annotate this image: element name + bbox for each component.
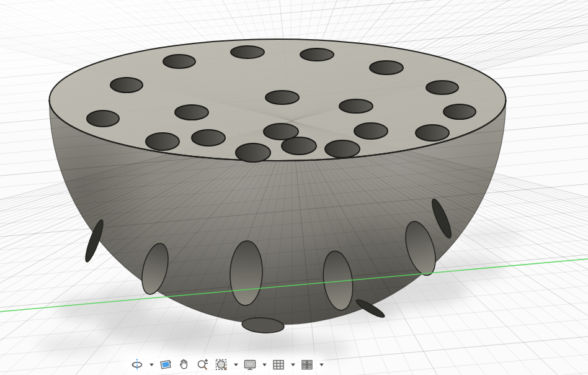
display-settings-dropdown-caret[interactable] xyxy=(261,357,267,372)
orbit-icon xyxy=(130,358,144,371)
display-settings-icon xyxy=(243,358,257,371)
top-hole xyxy=(416,125,449,141)
fit-button[interactable] xyxy=(214,357,229,372)
top-hole xyxy=(264,124,298,140)
viewports-button[interactable] xyxy=(300,357,314,372)
top-hole xyxy=(300,48,334,61)
model-scene[interactable] xyxy=(0,0,588,375)
viewports-dropdown-caret[interactable] xyxy=(318,357,324,372)
orbit-dropdown-caret[interactable] xyxy=(148,357,154,372)
chevron-down-icon xyxy=(149,362,154,368)
top-hole xyxy=(110,78,143,93)
top-hole xyxy=(325,140,360,158)
top-hole xyxy=(87,111,119,127)
top-hole xyxy=(265,91,299,104)
grid-icon xyxy=(272,358,285,371)
top-hole xyxy=(426,81,458,94)
zoom-magnifier-icon xyxy=(196,358,210,371)
navigation-toolbar xyxy=(130,357,324,372)
pan-hand-icon xyxy=(177,358,191,371)
grid-and-snaps-dropdown-caret[interactable] xyxy=(290,357,296,372)
top-hole xyxy=(192,130,225,146)
chevron-down-icon xyxy=(319,362,324,368)
top-hole xyxy=(339,99,373,113)
zoom-button[interactable] xyxy=(195,357,210,372)
soft-shadow xyxy=(37,335,112,355)
orbit-button[interactable] xyxy=(130,357,145,372)
display-settings-button[interactable] xyxy=(243,357,257,372)
top-hole xyxy=(175,105,208,120)
top-hole xyxy=(443,104,476,119)
grid-and-snaps-button[interactable] xyxy=(271,357,286,372)
fit-icon xyxy=(215,358,228,371)
soft-shadow xyxy=(459,226,521,246)
top-hole xyxy=(231,46,264,58)
fit-dropdown-caret[interactable] xyxy=(233,357,239,372)
top-hole xyxy=(236,143,270,162)
pan-button[interactable] xyxy=(177,357,192,372)
top-hole xyxy=(354,123,388,139)
top-hole xyxy=(146,133,179,150)
chevron-down-icon xyxy=(290,362,296,368)
chevron-down-icon xyxy=(262,362,267,368)
top-hole xyxy=(370,61,403,75)
top-hole xyxy=(163,55,195,68)
viewports-icon xyxy=(300,358,314,371)
viewport-canvas[interactable] xyxy=(0,0,588,375)
look-at-button[interactable] xyxy=(158,357,173,372)
chevron-down-icon xyxy=(233,362,239,368)
look-at-icon xyxy=(159,358,172,371)
